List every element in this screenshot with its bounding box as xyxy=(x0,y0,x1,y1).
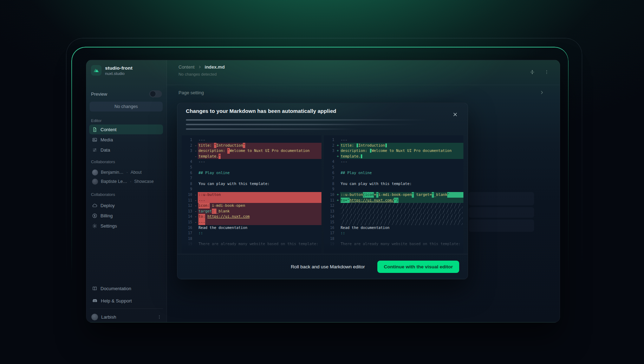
diff-line: 7 xyxy=(183,175,321,181)
skeleton-line xyxy=(186,119,428,121)
diff-view[interactable]: 1---2-title: "Introduction"3-description… xyxy=(182,135,463,254)
image-icon xyxy=(92,137,97,142)
diff-line: 8You can play with this template: xyxy=(183,181,321,187)
book-icon xyxy=(92,286,97,291)
diff-line: 19There are already many website based o… xyxy=(325,241,464,247)
sidebar-item-label: Media xyxy=(100,137,113,142)
sidebar-item-label: Settings xyxy=(100,223,117,229)
diff-line: 11+to="https://ui.nuxt.com/"} xyxy=(325,198,464,203)
diff-line: 19There are already many website based o… xyxy=(183,241,321,247)
project-org: nuxt.studio xyxy=(105,71,132,76)
diff-line: +template. xyxy=(325,154,464,159)
toggle-knob xyxy=(150,91,156,97)
diff-line: 13-target: _blank xyxy=(183,209,321,214)
project-nav: Deploy Billing Settings xyxy=(89,200,163,231)
sidebar-item-data[interactable]: Data xyxy=(89,145,163,155)
sidebar-item-label: Documentation xyxy=(100,286,131,291)
diff-line: 6## Play online xyxy=(183,170,321,176)
diff-line: 1--- xyxy=(325,137,464,143)
sidebar-item-content[interactable]: Content xyxy=(89,124,163,134)
chevron-right-icon xyxy=(539,90,544,95)
diff-line: 18 xyxy=(325,236,464,242)
kebab-menu-icon[interactable] xyxy=(157,315,162,319)
diff-line: 18 xyxy=(183,236,321,242)
modal-title: Changes to your Markdown has been automa… xyxy=(186,108,336,114)
diff-line: 4--- xyxy=(325,159,464,165)
project-section-label: Collaborators xyxy=(91,192,115,197)
sidebar-item-label: Deploy xyxy=(100,203,115,208)
diff-line: 10-::u-button xyxy=(183,192,321,198)
diff-line: 5 xyxy=(183,165,321,170)
sidebar-footer-nav: Documentation Help & Support xyxy=(89,283,163,306)
page-background: studio-front nuxt.studio Preview No chan… xyxy=(0,0,644,364)
diff-line: 14 xyxy=(325,214,464,219)
collaborator-page: Showcase xyxy=(134,179,154,184)
skeleton-line xyxy=(186,124,418,125)
diff-line: 11---- xyxy=(183,198,321,203)
sidebar-item-deploy[interactable]: Deploy xyxy=(89,200,163,210)
diff-line: 16Read the documentation xyxy=(183,225,321,231)
diff-line: 3-description: "Welcome to Nuxt UI Pro d… xyxy=(183,148,321,154)
diff-line: 9 xyxy=(325,186,464,192)
diff-line: 8You can play with this template: xyxy=(325,181,464,187)
header-divider xyxy=(167,85,560,85)
content-placeholder-row xyxy=(469,219,534,232)
collaborator-avatar xyxy=(92,179,98,185)
diff-line: 10+::u-button{icon="i-mdi-book-open" tar… xyxy=(325,192,464,198)
preview-label: Preview xyxy=(91,91,107,97)
project-header[interactable]: studio-front nuxt.studio xyxy=(91,65,132,76)
diff-line: 15---- xyxy=(183,219,321,225)
sidebar-item-label: Content xyxy=(100,127,117,132)
collaborator-page: About xyxy=(131,170,142,175)
sidebar-item-media[interactable]: Media xyxy=(89,135,163,145)
preview-row: Preview xyxy=(91,90,162,97)
diff-line: 17:: xyxy=(325,230,464,236)
diff-line: 2+title: Introduction xyxy=(325,143,464,148)
diff-line: 15 xyxy=(325,219,464,225)
project-name: studio-front xyxy=(105,65,132,71)
diff-line: 2-title: "Introduction" xyxy=(183,143,321,148)
page-setting-section[interactable]: Page setting xyxy=(167,88,560,97)
sidebar-item-help-support[interactable]: Help & Support xyxy=(89,295,163,306)
editor-nav: Content Media Data xyxy=(89,124,163,155)
chevron-right-icon xyxy=(198,65,202,69)
collaborator-row[interactable]: Baptiste Le… · Showcase xyxy=(89,177,163,186)
header-actions xyxy=(529,69,549,75)
collaborator-row[interactable]: Benjamin… · About xyxy=(89,168,163,177)
collapse-vertical-icon[interactable] xyxy=(529,69,535,75)
sidebar-item-label: Help & Support xyxy=(101,298,132,304)
continue-visual-editor-button[interactable]: Continue with the visual editor xyxy=(377,261,459,273)
studio-logo-icon xyxy=(91,65,102,76)
sidebar-item-label: Billing xyxy=(100,213,113,218)
kebab-menu-icon[interactable] xyxy=(544,70,549,75)
content-placeholder-row xyxy=(469,207,534,218)
diff-line: -template." xyxy=(183,154,321,159)
diff-line: 6## Play online xyxy=(325,170,464,176)
user-menu[interactable]: Larbish xyxy=(89,312,164,322)
diff-line: 17:: xyxy=(183,230,321,236)
sidebar-item-billing[interactable]: Billing xyxy=(89,211,163,221)
rollback-button[interactable]: Roll back and use Markdown editor xyxy=(289,264,367,270)
diff-line: 13 xyxy=(325,209,464,214)
diff-pane-old[interactable]: 1---2-title: "Introduction"3-description… xyxy=(182,135,321,254)
header-status: No changes detected xyxy=(178,72,217,76)
diff-line: 14-to: https://ui.nuxt.com xyxy=(183,214,321,219)
page-setting-label: Page setting xyxy=(178,90,539,95)
markdown-changes-modal: Changes to your Markdown has been automa… xyxy=(177,103,468,279)
diff-line: 7 xyxy=(325,175,464,181)
discord-icon xyxy=(92,298,98,304)
preview-toggle[interactable] xyxy=(149,90,162,97)
document-icon xyxy=(92,127,97,132)
diff-line: 9 xyxy=(183,186,321,192)
no-changes-button[interactable]: No changes xyxy=(90,102,163,111)
sidebar-item-documentation[interactable]: Documentation xyxy=(89,283,163,294)
diff-pane-new[interactable]: 1---2+title: Introduction3+description: … xyxy=(324,135,464,254)
sidebar-item-label: Data xyxy=(100,147,110,153)
sidebar-item-settings[interactable]: Settings xyxy=(89,221,163,231)
close-icon[interactable] xyxy=(450,109,460,119)
breadcrumb-content[interactable]: Content xyxy=(178,64,195,70)
user-avatar xyxy=(91,314,98,320)
breadcrumb-file[interactable]: index.md xyxy=(205,64,225,70)
diff-line: 5 xyxy=(325,165,464,170)
collaborator-avatar xyxy=(92,170,98,175)
